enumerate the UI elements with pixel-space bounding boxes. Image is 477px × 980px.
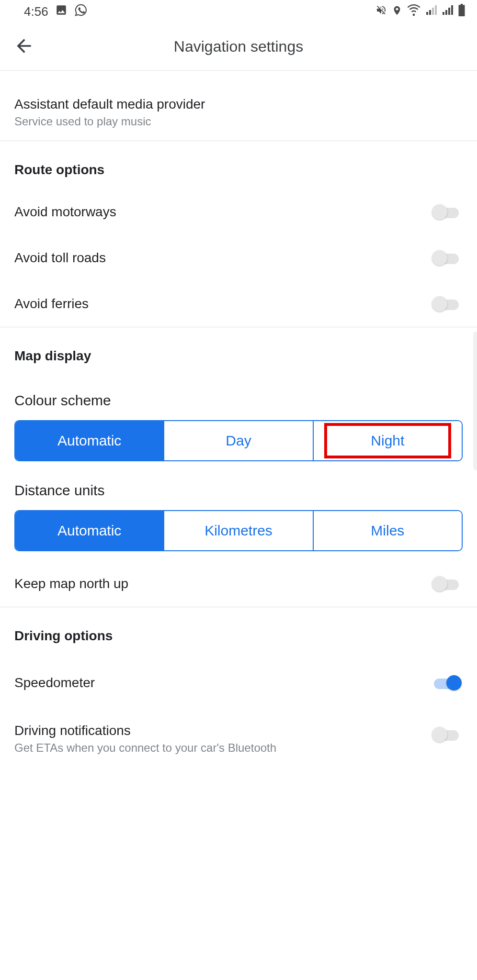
driving-notifications-subtitle: Get ETAs when you connect to your car's … bbox=[14, 741, 434, 755]
route-options-header: Route options bbox=[0, 141, 477, 189]
media-provider-title: Assistant default media provider bbox=[14, 97, 463, 112]
page-title: Navigation settings bbox=[174, 38, 303, 56]
colour-scheme-night[interactable]: Night bbox=[313, 421, 462, 460]
map-display-header: Map display bbox=[0, 327, 477, 375]
keep-north-row[interactable]: Keep map north up bbox=[0, 555, 477, 607]
status-right bbox=[375, 3, 466, 20]
speedometer-row[interactable]: Speedometer bbox=[0, 655, 477, 706]
location-icon bbox=[392, 4, 402, 19]
colour-scheme-day[interactable]: Day bbox=[163, 421, 312, 460]
distance-units-automatic[interactable]: Automatic bbox=[15, 511, 163, 550]
avoid-motorways-label: Avoid motorways bbox=[14, 204, 116, 220]
avoid-motorways-toggle[interactable] bbox=[434, 203, 463, 221]
keep-north-toggle[interactable] bbox=[434, 575, 463, 592]
avoid-motorways-row[interactable]: Avoid motorways bbox=[0, 189, 477, 235]
distance-units-kilometres[interactable]: Kilometres bbox=[163, 511, 312, 550]
app-bar: Navigation settings bbox=[0, 23, 477, 71]
driving-options-header: Driving options bbox=[0, 607, 477, 655]
distance-units-label: Distance units bbox=[0, 465, 477, 510]
distance-units-miles[interactable]: Miles bbox=[313, 511, 462, 550]
media-provider-row[interactable]: Assistant default media provider Service… bbox=[0, 71, 477, 141]
driving-notifications-title: Driving notifications bbox=[14, 723, 434, 738]
avoid-ferries-row[interactable]: Avoid ferries bbox=[0, 281, 477, 327]
media-provider-subtitle: Service used to play music bbox=[14, 115, 463, 128]
status-time: 4:56 bbox=[24, 4, 48, 19]
keep-north-label: Keep map north up bbox=[14, 576, 128, 591]
driving-notifications-row[interactable]: Driving notifications Get ETAs when you … bbox=[0, 706, 477, 769]
speedometer-toggle[interactable] bbox=[434, 674, 463, 691]
colour-scheme-segmented: Automatic Day Night bbox=[14, 420, 463, 461]
mute-icon bbox=[375, 4, 387, 19]
avoid-tolls-label: Avoid toll roads bbox=[14, 250, 106, 266]
image-icon bbox=[55, 4, 68, 20]
driving-notifications-toggle[interactable] bbox=[434, 726, 463, 743]
avoid-ferries-toggle[interactable] bbox=[434, 295, 463, 312]
status-left: 4:56 bbox=[24, 3, 88, 20]
avoid-tolls-toggle[interactable] bbox=[434, 249, 463, 267]
battery-icon bbox=[458, 4, 466, 20]
distance-units-segmented: Automatic Kilometres Miles bbox=[14, 510, 463, 551]
signal-2-icon bbox=[442, 4, 453, 19]
avoid-ferries-label: Avoid ferries bbox=[14, 296, 89, 312]
speedometer-label: Speedometer bbox=[14, 675, 95, 690]
colour-scheme-automatic[interactable]: Automatic bbox=[15, 421, 163, 460]
wifi-icon bbox=[407, 3, 420, 20]
back-icon[interactable] bbox=[13, 35, 34, 58]
whatsapp-icon bbox=[74, 3, 88, 20]
colour-scheme-label: Colour scheme bbox=[0, 375, 477, 420]
scroll-hint bbox=[473, 332, 477, 470]
signal-1-icon bbox=[425, 4, 437, 19]
avoid-tolls-row[interactable]: Avoid toll roads bbox=[0, 235, 477, 281]
status-bar: 4:56 bbox=[0, 0, 477, 23]
